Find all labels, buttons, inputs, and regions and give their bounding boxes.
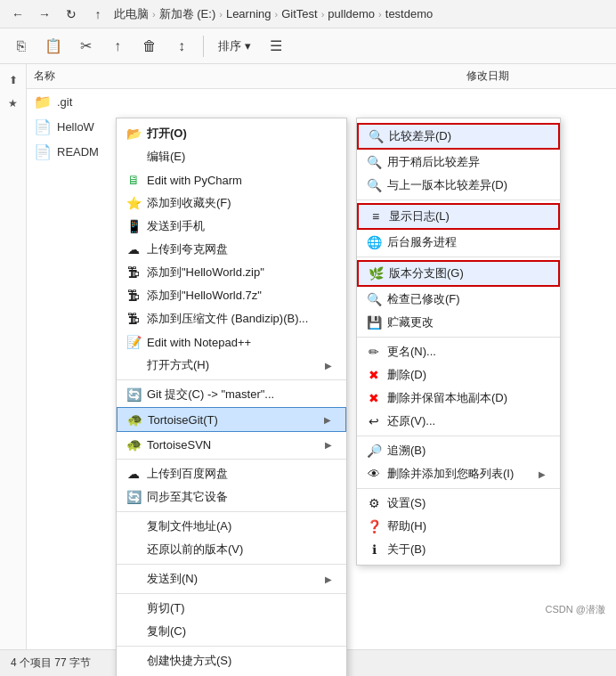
menu-7z-label: 添加到"HelloWorld.7z" (147, 288, 262, 304)
sub-delete[interactable]: ✖ 删除(D) (357, 363, 560, 387)
sub-help[interactable]: ❓ 帮助(H) (357, 515, 560, 538)
sub-compare-diff[interactable]: 🔍 比较差异(D) (357, 123, 560, 150)
sub-show-log-label: 显示日志(L) (389, 208, 450, 224)
sub-bg-service-label: 后台服务进程 (387, 234, 457, 250)
menu-favorites-label: 添加到收藏夹(F) (147, 195, 231, 211)
menu-restore[interactable]: 还原以前的版本(V) (117, 538, 346, 561)
nav-up-button[interactable]: ↑ (87, 4, 109, 25)
compare-prev-icon: 🔍 (366, 177, 382, 193)
breadcrumb-computer[interactable]: 此电脑 (114, 6, 149, 22)
git-icon: 🔄 (126, 387, 142, 403)
sort-button[interactable]: 排序 ▾ (211, 35, 258, 58)
menu-tortoisesvn-label: TortoiseSVN (147, 438, 211, 452)
about-icon: ℹ (366, 542, 382, 558)
sub-stash[interactable]: 💾 贮藏更改 (357, 311, 560, 334)
menu-bandizip-label: 添加到压缩文件 (Bandizip)(B)... (147, 311, 308, 327)
open-icon: 📂 (126, 126, 142, 142)
sort-arrow-icon: ▾ (245, 39, 251, 53)
sub-rename[interactable]: ✏ 更名(N)... (357, 340, 560, 363)
sub-sep1 (357, 200, 560, 200)
help-icon: ❓ (366, 518, 382, 534)
breadcrumb-sep4: › (321, 9, 325, 20)
menu-openwith[interactable]: 打开方式(H) ▶ (117, 354, 346, 377)
menu-7z[interactable]: 🗜 添加到"HelloWorld.7z" (117, 284, 346, 307)
context-menu-main: 📂 打开(O) 编辑(E) 🖥 Edit with PyCharm ⭐ 添加到收… (116, 118, 347, 676)
menu-cloud[interactable]: ☁ 上传到夸克网盘 (117, 238, 346, 261)
cloud-icon: ☁ (126, 241, 142, 257)
menu-openwith-label: 打开方式(H) (147, 357, 209, 373)
nav-back-button[interactable]: ← (7, 4, 28, 25)
toolbar-paste-button[interactable]: 📋 (39, 32, 68, 61)
sub-compare-later[interactable]: 🔍 用于稍后比较差异 (357, 151, 560, 174)
menu-favorites[interactable]: ⭐ 添加到收藏夹(F) (117, 191, 346, 215)
breadcrumb-learning[interactable]: Learning (226, 7, 272, 20)
sub-settings[interactable]: ⚙ 设置(S) (357, 492, 560, 515)
arrow-icon: ▶ (325, 361, 332, 371)
menu-git-commit[interactable]: 🔄 Git 提交(C) -> "master"... (117, 383, 346, 406)
menu-tortoisegit[interactable]: 🐢 TortoiseGit(T) ▶ (117, 407, 346, 432)
menu-copy[interactable]: 复制(C) (117, 620, 346, 643)
sub-about[interactable]: ℹ 关于(B) (357, 538, 560, 561)
toolbar-cut-button[interactable]: ✂ (71, 32, 100, 61)
sub-revert-label: 还原(V)... (387, 413, 435, 429)
zip-icon: 🗜 (126, 265, 142, 281)
menu-cut[interactable]: 剪切(T) (117, 597, 346, 620)
compare-later-icon: 🔍 (366, 154, 382, 170)
menu-edit[interactable]: 编辑(E) (117, 145, 346, 168)
menu-zip[interactable]: 🗜 添加到"HelloWorld.zip" (117, 261, 346, 284)
nav-forward-button[interactable]: → (34, 4, 55, 25)
menu-git-label: Git 提交(C) -> "master"... (147, 387, 274, 403)
sync-icon: 🔄 (126, 489, 142, 505)
toolbar-delete-button[interactable]: 🗑 (135, 32, 164, 61)
left-panel-icon2[interactable]: ★ (4, 94, 22, 112)
sub-blame[interactable]: 🔎 追溯(B) (357, 439, 560, 462)
breadcrumb-drive[interactable]: 新加卷 (E:) (159, 6, 216, 22)
sub-delete-keep[interactable]: ✖ 删除并保留本地副本(D) (357, 387, 560, 410)
menu-bandizip[interactable]: 🗜 添加到压缩文件 (Bandizip)(B)... (117, 307, 346, 330)
menu-notepad[interactable]: 📝 Edit with Notepad++ (117, 330, 346, 354)
openwith-icon (126, 357, 142, 373)
sub-check-modified[interactable]: 🔍 检查已修改(F) (357, 288, 560, 311)
file-row-git[interactable]: 📁 .git (27, 89, 616, 114)
menu-shortcut[interactable]: 创建快捷方式(S) (117, 649, 346, 672)
sub-compare-prev[interactable]: 🔍 与上一版本比较差异(D) (357, 174, 560, 197)
menu-baidu[interactable]: ☁ 上传到百度网盘 (117, 462, 346, 485)
nav-refresh-button[interactable]: ↻ (61, 4, 82, 25)
left-panel-icon1[interactable]: ⬆ (4, 71, 22, 89)
sub-revert[interactable]: ↩ 还原(V)... (357, 410, 560, 433)
sub-sep2 (357, 257, 560, 257)
sendto-icon (126, 571, 142, 587)
menu-phone[interactable]: 📱 发送到手机 (117, 215, 346, 238)
sort-label: 排序 (218, 38, 241, 54)
toolbar-share-button[interactable]: ↑ (103, 32, 132, 61)
breadcrumb-gittest[interactable]: GitTest (281, 7, 317, 20)
watermark: CSDN @潜澈 (542, 601, 609, 618)
menu-button[interactable]: ☰ (262, 32, 290, 61)
check-icon: 🔍 (366, 291, 382, 307)
sub-branch-graph[interactable]: 🌿 版本分支图(G) (357, 260, 560, 287)
sub-stash-label: 贮藏更改 (387, 314, 434, 330)
menu-copy-label: 复制(C) (147, 623, 186, 639)
menu-pycharm[interactable]: 🖥 Edit with PyCharm (117, 168, 346, 191)
sub-show-log[interactable]: ≡ 显示日志(L) (357, 203, 560, 230)
7z-icon: 🗜 (126, 288, 142, 304)
menu-sep2 (117, 459, 346, 460)
menu-open[interactable]: 📂 打开(O) (117, 122, 346, 145)
tortoisesvn-icon: 🐢 (126, 436, 142, 452)
toolbar-copy-button[interactable]: ⎘ (7, 32, 36, 61)
menu-delete[interactable]: 删除(D) (117, 672, 346, 676)
menu-sync[interactable]: 🔄 同步至其它设备 (117, 485, 346, 509)
settings-icon: ⚙ (366, 495, 382, 511)
breadcrumb-pulldemo[interactable]: pulldemo (328, 7, 375, 20)
menu-tortoisesvn[interactable]: 🐢 TortoiseSVN ▶ (117, 433, 346, 456)
sub-settings-label: 设置(S) (387, 495, 426, 511)
menu-cloud-label: 上传到夸克网盘 (147, 241, 228, 257)
file-area: ⬆ ★ 名称 修改日期 📁 .git 📄 HelloW 2024/4/21 1 … (0, 64, 616, 649)
sub-ignore[interactable]: 👁 删除并添加到您略列表(I) ▶ (357, 462, 560, 485)
menu-copy-path[interactable]: 复制文件地址(A) (117, 515, 346, 538)
sub-delete-icon: ✖ (366, 367, 382, 383)
toolbar-rename-button[interactable]: ↕ (167, 32, 196, 61)
sub-bg-service[interactable]: 🌐 后台服务进程 (357, 231, 560, 254)
menu-sendto[interactable]: 发送到(N) ▶ (117, 567, 346, 590)
breadcrumb-testdemo[interactable]: testdemo (385, 7, 433, 20)
